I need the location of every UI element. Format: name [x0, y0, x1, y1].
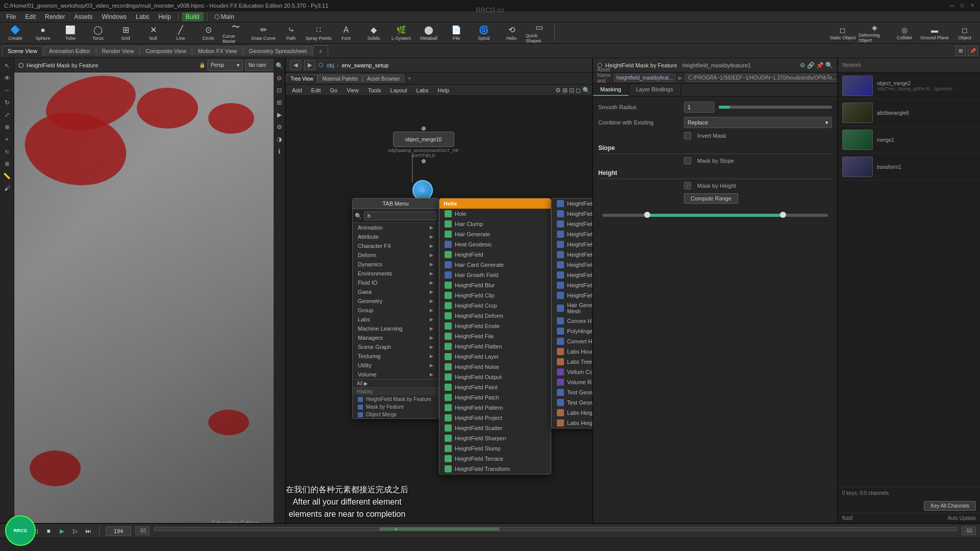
- submenu-hair-growth-field[interactable]: Hair Growth Field: [439, 270, 551, 280]
- submenu2-hf-mask-feature[interactable]: HeightField Mask by Feature: [552, 270, 592, 280]
- frame-end[interactable]: -50: [962, 527, 976, 535]
- range-handle-left[interactable]: [644, 212, 650, 218]
- viewport-zoom-out[interactable]: ⊖: [274, 72, 285, 84]
- menu-main[interactable]: ⬡ Main: [210, 12, 238, 21]
- combine-dropdown[interactable]: Replace ▾: [684, 117, 832, 128]
- tab-menu-geometry[interactable]: Geometry ▶: [353, 296, 438, 306]
- tool-spiral[interactable]: 🌀 Spiral: [471, 23, 497, 43]
- submenu2-convert-heightfield[interactable]: Convert HeightField: [552, 336, 592, 346]
- smooth-radius-value[interactable]: 1: [684, 102, 715, 113]
- tool-file[interactable]: 📄 File: [443, 23, 470, 43]
- tool-handle[interactable]: ⊕: [2, 121, 13, 133]
- thumb-object-merge2[interactable]: object_merge2 /obj/Tree_Stump_q0FH.R/...…: [838, 72, 980, 99]
- submenu2-labs-hf-insert[interactable]: Labs HeightField Insert Mask: [552, 418, 592, 428]
- asset-name-value[interactable]: heightfield_maskbyfeat...: [614, 74, 676, 82]
- viewport-render[interactable]: ▶: [274, 109, 285, 120]
- submenu2-heightfield-tile-split[interactable]: HeightField Tile Split: [552, 229, 592, 239]
- node-icon4[interactable]: ◻: [576, 87, 581, 94]
- viewport-settings[interactable]: ⚙: [274, 121, 285, 133]
- submenu2-hf-mask-geometry[interactable]: HeightField Mask by Geometry: [552, 280, 592, 290]
- tab-motion-fx[interactable]: Motion FX View: [192, 46, 243, 56]
- submenu2-hair-generate-guide[interactable]: Hair Generate with Guide Interpolation M…: [552, 300, 592, 316]
- menu-help[interactable]: Help: [154, 12, 175, 21]
- submenu2-heightfield-resample[interactable]: HeightField Resample: [552, 198, 592, 209]
- tool-static-object[interactable]: ◻ Static Object: [828, 23, 857, 43]
- node-menu-help[interactable]: Help: [433, 86, 453, 94]
- submenu-hole[interactable]: Hole: [439, 209, 551, 219]
- submenu-heightfield-scatter[interactable]: HeightField Scatter: [439, 423, 551, 433]
- all-btn[interactable]: All ▶: [353, 379, 438, 387]
- frame-start[interactable]: -50: [135, 527, 150, 535]
- viewport-frame[interactable]: ⊡: [274, 85, 285, 96]
- tool-paint[interactable]: 🖌: [2, 183, 13, 194]
- tab-layer-bindings[interactable]: Layer Bindings: [629, 84, 681, 96]
- tab-menu-environments[interactable]: Environments ▶: [353, 269, 438, 278]
- menu-edit[interactable]: Edit: [21, 12, 40, 21]
- tab-tree-view[interactable]: Tree View: [286, 74, 317, 83]
- tab-composite-view[interactable]: Composite View: [140, 46, 191, 56]
- tool-sphere[interactable]: ● Sphere: [30, 23, 56, 43]
- node-menu-edit[interactable]: Edit: [307, 86, 325, 94]
- tab-menu-deform[interactable]: Deform ▶: [353, 251, 438, 260]
- back-btn[interactable]: ◀: [290, 60, 301, 70]
- submenu-hair-card-generate[interactable]: Hair Card Generate: [439, 260, 551, 270]
- btn-stop[interactable]: ■: [44, 527, 53, 536]
- tool-grid[interactable]: ⊞ Grid: [112, 23, 139, 43]
- tool-lsystem[interactable]: 🌿 L-System: [388, 23, 414, 43]
- invert-mask-checkbox[interactable]: [684, 132, 691, 139]
- submenu2-labs-hf-combine[interactable]: Labs HeightField Combine Masks: [552, 408, 592, 418]
- tab-menu-utility[interactable]: Utility ▶: [353, 361, 438, 370]
- tab-menu-search-input[interactable]: [364, 211, 436, 220]
- tab-menu-volume[interactable]: Volume ▶: [353, 370, 438, 379]
- tab-menu-attribute[interactable]: Attribute ▶: [353, 232, 438, 241]
- tool-transform[interactable]: ↔: [2, 85, 13, 96]
- btn-to-end[interactable]: ⏭: [84, 527, 93, 536]
- tool-deforming-object[interactable]: ◈ Deforming Object: [859, 23, 890, 43]
- tab-menu-dynamics[interactable]: Dynamics ▶: [353, 260, 438, 269]
- frame-number[interactable]: 194: [106, 527, 131, 536]
- tool-scale[interactable]: ⤢: [2, 109, 13, 120]
- tab-menu-labs[interactable]: Labs ▶: [353, 315, 438, 324]
- node-menu-labs[interactable]: Labs: [412, 86, 433, 94]
- tool-spraypoints[interactable]: ∷ Spray Points: [305, 23, 332, 43]
- history-mask-by-feature[interactable]: Mask by Feature: [353, 403, 438, 411]
- tab-menu-fluid-io[interactable]: Fluid IO ▶: [353, 278, 438, 287]
- tool-pivot[interactable]: ⊗: [2, 158, 13, 169]
- submenu-heightfield[interactable]: HeightField: [439, 249, 551, 260]
- node-icon3[interactable]: ⊡: [569, 87, 574, 94]
- tab-menu-group[interactable]: Group ▶: [353, 306, 438, 315]
- tool-view[interactable]: 👁: [2, 72, 13, 84]
- submenu-heat-geodesic[interactable]: Heat Geodesic: [439, 239, 551, 249]
- node-object-merge10[interactable]: object_merge10 /obj/swamp_environment/OU…: [388, 127, 459, 163]
- tab-menu-machine-learning[interactable]: Machine Learning ▶: [353, 324, 438, 333]
- thumb-transform1[interactable]: transform1: [838, 154, 980, 181]
- tab-geometry-spreadsheet[interactable]: Geometry Spreadsheet: [243, 46, 313, 56]
- submenu-heightfield-patch[interactable]: HeightField Patch: [439, 392, 551, 403]
- tab-menu-scene-graph[interactable]: Scene Graph ▶: [353, 342, 438, 352]
- menu-windows[interactable]: Windows: [97, 12, 131, 21]
- thumb-merge1[interactable]: merge1: [838, 127, 980, 154]
- submenu2-vellum-configure-hair[interactable]: Vellum Configure Hair: [552, 367, 592, 377]
- compute-range-btn[interactable]: Compute Range: [684, 193, 738, 204]
- tool-tube[interactable]: ⬜ Tube: [57, 23, 84, 43]
- tool-object[interactable]: ◻ Object: [951, 23, 978, 43]
- tool-measure[interactable]: 📏: [2, 170, 13, 182]
- node-icon1[interactable]: ⚙: [555, 87, 561, 94]
- submenu-heightfield-pattern[interactable]: HeightField Pattern: [439, 403, 551, 413]
- submenu-heightfield-deform[interactable]: HeightField Deform: [439, 311, 551, 321]
- path-env[interactable]: env_swamp_setup: [342, 62, 389, 68]
- forward-btn[interactable]: ▶: [304, 60, 315, 70]
- persp-dropdown[interactable]: Persp ▾: [207, 60, 243, 71]
- tool-ground-plane[interactable]: ▬ Ground Plane: [919, 23, 950, 43]
- menu-build[interactable]: Build: [182, 12, 204, 21]
- tab-menu-animation[interactable]: Animation ▶: [353, 223, 438, 232]
- tab-material-palette[interactable]: Material Palette: [317, 74, 362, 83]
- minimize-btn[interactable]: —: [948, 2, 955, 9]
- pin-btn[interactable]: 📌: [968, 46, 978, 56]
- submenu2-hf-distort-layer[interactable]: HeightField Distort by Layer: [552, 249, 592, 260]
- props-link-icon[interactable]: 🔗: [807, 62, 815, 69]
- submenu2-heightfield-shallow-water[interactable]: HeightField Shallow Water: [552, 209, 592, 219]
- add-node-tab[interactable]: +: [404, 75, 414, 82]
- tool-quickshapes[interactable]: ▭ Quick Shapes: [526, 23, 552, 43]
- submenu-heightfield-paint[interactable]: HeightField Paint: [439, 382, 551, 392]
